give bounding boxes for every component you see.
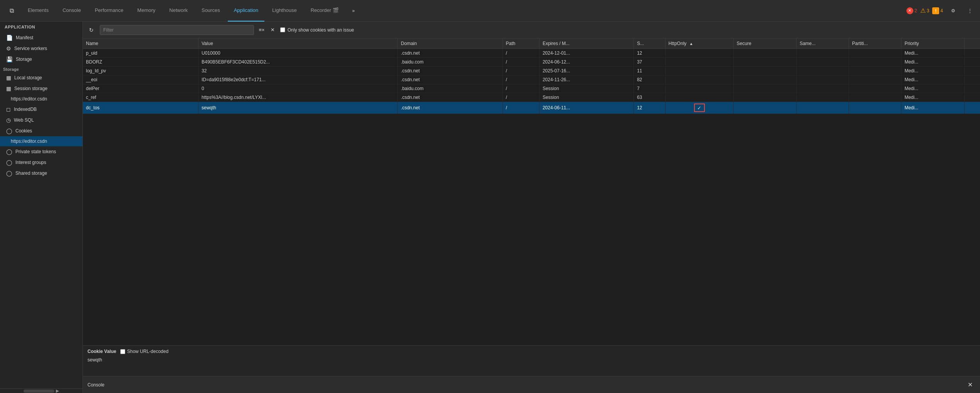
cell-partition [849,84,901,93]
sidebar-label-web-sql: Web SQL [14,117,34,123]
cell-size: 11 [634,67,665,75]
tab-application[interactable]: Application [228,0,265,22]
table-row[interactable]: BDORZB490B5EBF6F3CD402E515D2....baidu.co… [83,58,980,67]
cookie-value-title: Cookie Value [87,349,116,354]
cell-same [796,93,849,102]
console-close-button[interactable]: ✕ [965,380,975,390]
col-header-secure[interactable]: Secure [733,38,796,49]
tab-sources[interactable]: Sources [195,0,226,22]
col-header-value[interactable]: Value [198,38,398,49]
shared-storage-icon: ◯ [6,170,12,176]
show-url-decoded-label[interactable]: Show URL-decoded [120,349,168,354]
cell-priority: Medi... [901,75,964,84]
sort-asc-icon: ▲ [689,42,693,46]
col-header-size[interactable]: S... [634,38,665,49]
col-header-name[interactable]: Name [83,38,198,49]
private-state-tokens-icon: ◯ [6,149,12,155]
sidebar-item-private-state-tokens[interactable]: ◯ Private state tokens [0,146,82,157]
cell-secure [733,84,796,93]
table-row[interactable]: c_refhttps%3A//blog.csdn.net/LYXl....csd… [83,93,980,102]
sidebar-label-manifest: Manifest [16,35,33,40]
cell-priority: Medi... [901,58,964,67]
sidebar-title: Application [0,22,82,32]
sidebar: Application 📄 Manifest ⚙ Service workers… [0,22,83,393]
cell-path: / [503,93,539,102]
session-storage-icon: ▦ [6,85,11,92]
sidebar-item-manifest[interactable]: 📄 Manifest [0,32,82,43]
col-header-path[interactable]: Path [503,38,539,49]
sidebar-item-local-storage[interactable]: ▦ Local storage [0,72,82,83]
cell-partition [849,93,901,102]
sidebar-scroll[interactable]: Application 📄 Manifest ⚙ Service workers… [0,22,82,388]
only-show-issues-label[interactable]: Only show cookies with an issue [280,27,354,33]
web-sql-icon: ◷ [6,117,11,123]
col-header-partition[interactable]: Partiti... [849,38,901,49]
table-row[interactable]: delPer0.baidu.com/Session7Medi... [83,84,980,93]
tab-console[interactable]: Console [56,0,87,22]
warning-icon: ⚠ [920,7,926,14]
window-control-icon[interactable]: ⧉ [3,2,20,19]
cell-name: delPer [83,84,198,93]
sidebar-item-web-sql[interactable]: ◷ Web SQL [0,115,82,125]
interest-groups-icon: ◯ [6,159,12,166]
filter-input[interactable] [100,25,254,35]
tab-recorder[interactable]: Recorder 🎬 [304,0,345,22]
cell-priority: Medi... [901,84,964,93]
cell-size: 12 [634,102,665,114]
sidebar-item-storage[interactable]: 💾 Storage [0,54,82,65]
cell-scroll [964,49,980,58]
cookie-table-wrapper[interactable]: Name Value Domain Path Expires / M... S.… [83,38,980,345]
sidebar-item-session-storage[interactable]: ▦ Session storage [0,83,82,94]
info-badge[interactable]: ! 4 [932,7,943,14]
sidebar-label-shared-storage: Shared storage [15,171,47,176]
sidebar-item-cookies[interactable]: ◯ Cookies [0,125,82,136]
cookie-value-panel: Cookie Value Show URL-decoded sewqth [83,345,980,376]
cell-scroll [964,75,980,84]
cell-secure [733,49,796,58]
sidebar-item-shared-storage[interactable]: ◯ Shared storage [0,168,82,179]
col-header-same[interactable]: Same... [796,38,849,49]
col-header-priority[interactable]: Priority [901,38,964,49]
filter-options-icon[interactable]: ≡× [257,25,266,35]
cell-expires: 2025-07-16... [539,67,634,75]
tab-memory[interactable]: Memory [131,0,161,22]
show-url-decoded-checkbox[interactable] [120,349,125,354]
table-row[interactable]: dc_tossewqth.csdn.net/2024-06-11...12✓Me… [83,102,980,114]
tab-performance[interactable]: Performance [89,0,129,22]
clear-filter-icon[interactable]: ✕ [268,25,277,35]
only-show-issues-checkbox[interactable] [280,27,285,32]
cell-same [796,84,849,93]
tab-network[interactable]: Network [163,0,194,22]
cell-value: sewqth [198,102,398,114]
col-header-expires[interactable]: Expires / M... [539,38,634,49]
settings-icon[interactable]: ⚙ [946,4,960,18]
cookie-value-text: sewqth [87,356,975,363]
refresh-button[interactable]: ↻ [86,25,97,35]
warning-badge[interactable]: ⚠ 3 [920,7,930,14]
console-label[interactable]: Console [87,382,104,388]
tab-lighthouse[interactable]: Lighthouse [266,0,303,22]
cell-secure [733,58,796,67]
sidebar-item-interest-groups[interactable]: ◯ Interest groups [0,157,82,168]
tab-elements[interactable]: Elements [22,0,55,22]
sidebar-item-service-workers[interactable]: ⚙ Service workers [0,43,82,54]
sidebar-item-cookies-url[interactable]: https://editor.csdn [0,136,82,146]
sidebar-item-session-url[interactable]: https://editor.csdn [0,94,82,104]
tab-bar-left: ⧉ Elements Console Performance Memory Ne… [3,0,360,22]
table-row[interactable]: __eoiID=da9015f88e2e0dcf:T=171....csdn.n… [83,75,980,84]
more-tabs-icon[interactable]: » [346,4,360,18]
cell-same [796,102,849,114]
cell-domain: .baidu.com [398,84,503,93]
sidebar-label-session-storage: Session storage [14,86,47,91]
sidebar-item-indexeddb[interactable]: ◻ IndexedDB [0,104,82,115]
col-header-domain[interactable]: Domain [398,38,503,49]
error-badge[interactable]: ✕ 2 [906,7,917,14]
table-row[interactable]: p_uidU010000.csdn.net/2024-12-01...12Med… [83,49,980,58]
sidebar-expand-icon[interactable]: ▶ [56,388,59,393]
cell-expires: 2024-06-12... [539,58,634,67]
httponly-checkmark: ✓ [694,104,705,112]
table-row[interactable]: log_Id_pv32.csdn.net/2025-07-16...11Medi… [83,67,980,75]
cell-domain: .csdn.net [398,102,503,114]
col-header-httponly[interactable]: HttpOnly ▲ [665,38,733,49]
more-options-icon[interactable]: ⋮ [963,4,977,18]
